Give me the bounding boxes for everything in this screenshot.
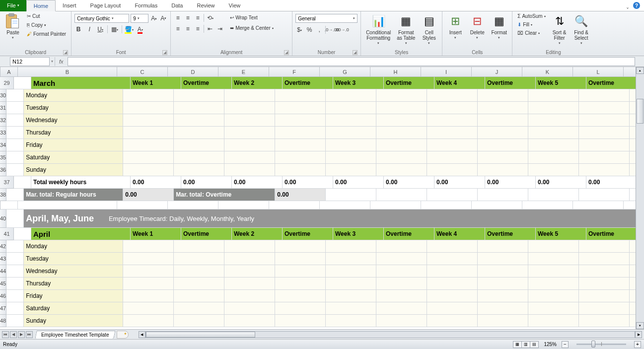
cell[interactable] xyxy=(224,164,275,176)
cell[interactable] xyxy=(275,253,326,265)
cell[interactable]: Week 2 xyxy=(232,228,283,240)
cell[interactable] xyxy=(326,278,376,290)
cell[interactable]: 0.00 xyxy=(536,176,586,189)
percent-icon[interactable]: % xyxy=(305,26,313,34)
cell[interactable] xyxy=(478,253,528,265)
cell[interactable]: Total weekly hours xyxy=(31,176,131,189)
cell[interactable] xyxy=(14,77,31,89)
cell[interactable] xyxy=(174,265,224,278)
border-button[interactable]: ▦▾ xyxy=(111,25,119,33)
cell[interactable]: Tuesday xyxy=(24,102,123,114)
cell[interactable] xyxy=(275,278,326,290)
cell[interactable] xyxy=(123,164,174,176)
cell[interactable] xyxy=(326,139,376,151)
cell[interactable] xyxy=(478,290,528,302)
cell[interactable]: 0.00 xyxy=(181,176,232,189)
cell[interactable]: Mar. total: Regular hours xyxy=(24,189,123,201)
cell[interactable] xyxy=(478,302,528,315)
cell[interactable] xyxy=(174,127,224,139)
cell[interactable] xyxy=(14,176,31,189)
cell[interactable] xyxy=(376,114,427,127)
align-top-icon[interactable]: ≡ xyxy=(174,14,182,22)
copy-button[interactable]: ⎘Copy▾ xyxy=(25,21,68,29)
row-header[interactable]: 36 xyxy=(0,164,6,176)
cell[interactable] xyxy=(528,315,579,327)
clipboard-dialog-icon[interactable]: ◢ xyxy=(63,50,68,55)
cell[interactable] xyxy=(528,151,579,164)
cell[interactable]: Week 5 xyxy=(536,228,586,240)
sheet-first-icon[interactable]: ⏮ xyxy=(2,331,9,338)
row-header[interactable]: 32 xyxy=(0,114,6,127)
section-header[interactable]: April, May, JuneEmployee Timecard: Daily… xyxy=(24,209,644,228)
sheet-last-icon[interactable]: ⏭ xyxy=(26,331,33,338)
autosum-button[interactable]: ΣAutoSum▾ xyxy=(515,12,547,20)
cell[interactable]: Week 5 xyxy=(536,77,586,89)
row-header[interactable]: 45 xyxy=(0,278,6,290)
cell[interactable]: Friday xyxy=(24,290,123,302)
cell[interactable] xyxy=(6,209,24,228)
cell[interactable] xyxy=(528,240,579,253)
merge-center-button[interactable]: ⬌Merge & Center▾ xyxy=(228,24,276,32)
new-sheet-icon[interactable] xyxy=(117,331,129,339)
cell[interactable] xyxy=(376,164,427,176)
cell[interactable] xyxy=(427,315,478,327)
cell[interactable]: Overtime xyxy=(485,77,536,89)
cell[interactable]: Sunday xyxy=(24,315,123,327)
cell[interactable] xyxy=(123,253,174,265)
zoom-in-icon[interactable]: + xyxy=(634,341,641,348)
cell[interactable] xyxy=(275,89,326,102)
cell[interactable]: Wednesday xyxy=(24,114,123,127)
page-break-view-icon[interactable]: ▤ xyxy=(530,341,539,348)
accounting-icon[interactable]: $▾ xyxy=(295,26,303,34)
cell[interactable] xyxy=(427,151,478,164)
cell[interactable]: Week 4 xyxy=(434,77,485,89)
wrap-text-button[interactable]: ↩Wrap Text xyxy=(228,14,276,21)
cell[interactable] xyxy=(528,290,579,302)
cell[interactable] xyxy=(6,151,24,164)
tab-home[interactable]: Home xyxy=(26,0,56,11)
cell[interactable] xyxy=(123,151,174,164)
col-header-j[interactable]: J xyxy=(472,67,522,77)
cell[interactable]: Overtime xyxy=(586,77,637,89)
zoom-out-icon[interactable]: − xyxy=(562,341,569,348)
scroll-up-icon[interactable]: ▴ xyxy=(636,67,644,74)
cell[interactable] xyxy=(528,302,579,315)
cell[interactable] xyxy=(6,127,24,139)
cell[interactable] xyxy=(528,114,579,127)
cell[interactable] xyxy=(326,89,376,102)
cell[interactable] xyxy=(123,315,174,327)
col-header-i[interactable]: I xyxy=(421,67,472,77)
cell[interactable] xyxy=(174,253,224,265)
cell[interactable] xyxy=(528,189,579,201)
decrease-decimal-icon[interactable]: .00→.0 xyxy=(338,26,346,34)
alignment-dialog-icon[interactable]: ◢ xyxy=(284,50,289,55)
delete-cells-button[interactable]: ⊟Delete▾ xyxy=(467,12,487,41)
cell[interactable] xyxy=(579,302,630,315)
cell[interactable] xyxy=(376,151,427,164)
format-painter-button[interactable]: 🖌Format Painter xyxy=(25,30,68,38)
cell[interactable] xyxy=(224,102,275,114)
cell[interactable]: Thursday xyxy=(24,278,123,290)
cell[interactable] xyxy=(6,302,24,315)
cell[interactable]: Week 3 xyxy=(333,77,384,89)
cell[interactable]: Week 3 xyxy=(333,228,384,240)
cell[interactable]: Overtime xyxy=(485,228,536,240)
cell[interactable] xyxy=(579,89,630,102)
align-left-icon[interactable]: ≡ xyxy=(174,25,182,33)
cell[interactable]: Week 2 xyxy=(232,77,283,89)
cell[interactable] xyxy=(123,290,174,302)
cell[interactable] xyxy=(522,201,573,209)
cell[interactable] xyxy=(123,102,174,114)
cell[interactable] xyxy=(579,253,630,265)
cell[interactable]: 0.00 xyxy=(384,176,434,189)
tab-formulas[interactable]: Formulas xyxy=(128,0,164,11)
cell[interactable] xyxy=(0,201,18,209)
fx-icon[interactable]: fx xyxy=(55,59,68,65)
italic-button[interactable]: I xyxy=(85,25,93,33)
decrease-indent-icon[interactable]: ⇤ xyxy=(206,25,214,33)
cell[interactable]: Mar. total: Overtime xyxy=(174,189,275,201)
cell[interactable] xyxy=(427,114,478,127)
cell[interactable] xyxy=(376,265,427,278)
row-header[interactable]: 44 xyxy=(0,265,6,278)
cell[interactable] xyxy=(6,89,24,102)
